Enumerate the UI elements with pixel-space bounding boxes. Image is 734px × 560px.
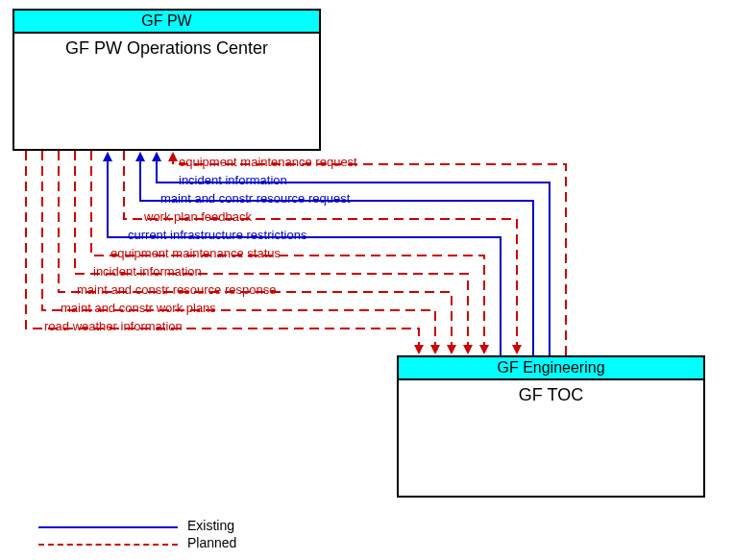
node-gf-pw-header: GF PW: [14, 11, 319, 34]
flow-label-incident-information-out: incident information: [93, 264, 202, 279]
legend-existing-line: [38, 526, 178, 528]
node-gf-pw-title: GF PW Operations Center: [14, 34, 319, 61]
node-gf-engineering-header: GF Engineering: [399, 357, 703, 380]
flow-label-maint-constr-work-plans: maint and constr work plans: [61, 301, 216, 315]
node-gf-engineering: GF Engineering GF TOC: [397, 355, 705, 498]
legend-planned-label: Planned: [187, 535, 236, 550]
legend-existing-label: Existing: [187, 518, 234, 533]
flow-label-work-plan-feedback: work plan feedback: [144, 209, 252, 224]
flow-label-current-infrastructure-restrictions: current infrastructure restrictions: [128, 228, 306, 242]
node-gf-pw: GF PW GF PW Operations Center: [12, 9, 321, 151]
flow-label-incident-information-in: incident information: [179, 173, 287, 187]
flow-label-road-weather-information: road weather information: [44, 319, 183, 333]
flow-label-equipment-maintenance-request: equipment maintenance request: [179, 155, 357, 169]
legend-planned-line: [38, 544, 178, 546]
flow-label-maint-constr-resource-request: maint and constr resource request: [160, 191, 350, 206]
flow-label-equipment-maintenance-status: equipment maintenance status: [110, 246, 281, 260]
flow-label-maint-constr-resource-response: maint and constr resource response: [77, 282, 276, 297]
node-gf-toc-title: GF TOC: [399, 380, 703, 407]
